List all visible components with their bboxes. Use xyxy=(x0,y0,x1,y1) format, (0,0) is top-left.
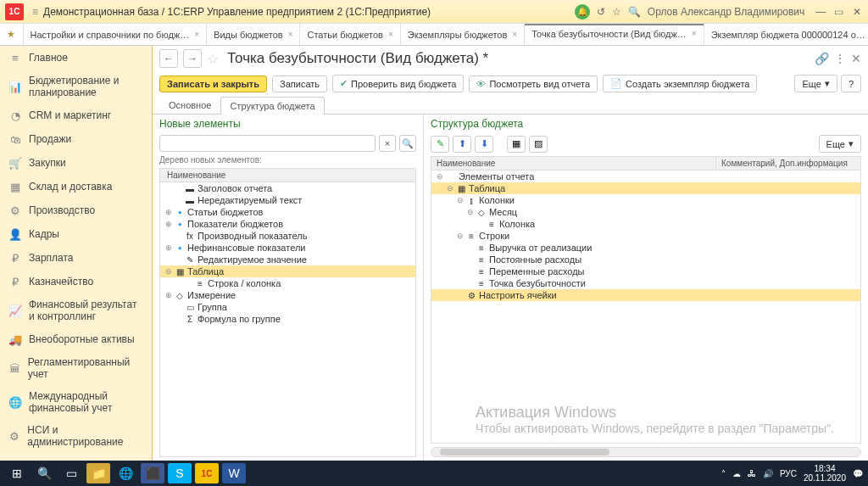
taskview-icon[interactable]: ▭ xyxy=(59,463,83,483)
1c-icon[interactable]: 1С xyxy=(195,463,219,483)
word-icon[interactable]: W xyxy=(222,463,246,483)
expand-icon[interactable]: ⊕ xyxy=(164,243,174,252)
close-icon[interactable]: ✕ xyxy=(851,6,863,18)
burger-icon[interactable]: ≡ xyxy=(32,6,38,18)
tree-row[interactable]: ⊖≡Строки xyxy=(431,230,860,242)
sidebar-item[interactable]: 📊Бюджетирование и планирование xyxy=(0,70,152,103)
favorite-icon[interactable]: ☆ xyxy=(207,51,219,67)
sidebar-item[interactable]: 👤Кадры xyxy=(0,222,152,246)
notification-icon[interactable]: 💬 xyxy=(853,469,863,478)
tab-close-icon[interactable]: × xyxy=(194,30,199,39)
help-button[interactable]: ? xyxy=(841,75,861,92)
tree-row[interactable]: ⊖▦Таблица xyxy=(431,182,860,194)
tree-row[interactable]: ⊕🔹Статьи бюджетов xyxy=(160,206,415,218)
tab-close-icon[interactable]: × xyxy=(692,29,697,38)
create-button[interactable]: 📄Создать экземпляр бюджета xyxy=(603,75,757,92)
expand-icon[interactable]: ⊖ xyxy=(435,172,445,181)
expand-icon[interactable]: ⊖ xyxy=(455,196,465,204)
tray-chevron-icon[interactable]: ˄ xyxy=(721,469,726,478)
tree-row[interactable]: ⊕◇Измерение xyxy=(160,289,415,301)
right-tree[interactable]: ⊖Элементы отчета⊖▦Таблица⊖⫿Колонки⊖◇Меся… xyxy=(431,170,861,444)
tree-row[interactable]: ≡Колонка xyxy=(431,218,860,230)
history-icon[interactable]: ↺ xyxy=(597,6,605,18)
tree-row[interactable]: ⊖▦Таблица xyxy=(160,265,415,277)
search-icon[interactable]: 🔍 xyxy=(628,6,641,18)
sidebar-item[interactable]: 🌐Международный финансовый учет xyxy=(0,385,152,419)
star-icon[interactable]: ☆ xyxy=(612,6,621,18)
tab[interactable]: Экземпляры бюджетов× xyxy=(401,24,525,45)
tree-row[interactable]: ΣФормула по группе xyxy=(160,313,415,325)
tree-row[interactable]: ⊕🔹Нефинансовые показатели xyxy=(160,242,415,254)
tab[interactable]: Настройки и справочники по бюдж…× xyxy=(24,24,208,45)
subtab-main[interactable]: Основное xyxy=(159,96,220,114)
sidebar-item[interactable]: 🛒Закупки xyxy=(0,151,152,175)
tab[interactable]: Точка безубыточности (Вид бюдж…× xyxy=(525,24,704,45)
expand-icon[interactable]: ⊕ xyxy=(164,208,174,216)
expand-icon[interactable]: ⊖ xyxy=(445,184,455,193)
tree-row[interactable]: ⊖◇Месяц xyxy=(431,206,860,218)
h-scrollbar[interactable] xyxy=(431,447,861,457)
tree-row[interactable]: ≡Точка безубыточности xyxy=(431,277,860,289)
view-button[interactable]: 👁Посмотреть вид отчета xyxy=(469,75,598,92)
subtab-structure[interactable]: Структура бюджета xyxy=(220,97,324,115)
sidebar-item[interactable]: 📈Финансовый результат и контроллинг xyxy=(0,293,152,327)
more-icon[interactable]: ⋮ xyxy=(834,52,846,65)
tray-cloud-icon[interactable]: ☁ xyxy=(732,469,741,478)
right-more-button[interactable]: Еще ▾ xyxy=(819,135,861,153)
tray-sound-icon[interactable]: 🔊 xyxy=(763,469,773,478)
explorer-icon[interactable]: 📁 xyxy=(86,463,110,483)
search-button[interactable]: 🔍 xyxy=(399,135,416,152)
edit-button[interactable]: ✎ xyxy=(431,136,449,153)
skype-icon[interactable]: S xyxy=(168,463,192,483)
tree-row[interactable]: ≡Строка / колонка xyxy=(160,277,415,289)
tray-lang[interactable]: РУС xyxy=(780,469,797,478)
sidebar-item[interactable]: ⚙Производство xyxy=(0,198,152,222)
tab-close-icon[interactable]: × xyxy=(512,30,517,39)
sidebar-item[interactable]: 🚚Внеоборотные активы xyxy=(0,327,152,351)
tab-close-icon[interactable]: × xyxy=(388,30,393,39)
sidebar-item[interactable]: ◔CRM и маркетинг xyxy=(0,103,152,127)
tree-row[interactable]: ⊖Элементы отчета xyxy=(431,170,860,182)
sidebar-item[interactable]: ⚙НСИ и администрирование xyxy=(0,419,152,453)
forward-button[interactable]: → xyxy=(183,49,202,68)
sidebar-item[interactable]: ₽Казначейство xyxy=(0,270,152,293)
tab-close-icon[interactable]: × xyxy=(288,30,293,39)
sidebar-item[interactable]: ₽Зарплата xyxy=(0,246,152,270)
expand-icon[interactable]: ⊖ xyxy=(455,232,465,240)
tree-row[interactable]: ⊕🔹Показатели бюджетов xyxy=(160,218,415,230)
tree-row[interactable]: ≡Постоянные расходы xyxy=(431,254,860,265)
expand-icon[interactable]: ⊕ xyxy=(164,291,174,299)
minimize-icon[interactable]: — xyxy=(815,6,826,18)
search-task-icon[interactable]: 🔍 xyxy=(32,463,56,483)
start-button[interactable]: ⊞ xyxy=(5,463,29,483)
user-name[interactable]: Орлов Александр Владимирович xyxy=(648,6,805,18)
home-tab[interactable]: ★ xyxy=(0,24,24,45)
tab[interactable]: Статьи бюджетов× xyxy=(300,24,400,45)
tree-row[interactable]: ▬Заголовок отчета xyxy=(160,182,415,194)
tab[interactable]: Виды бюджетов× xyxy=(207,24,300,45)
back-button[interactable]: ← xyxy=(159,49,178,68)
tray-network-icon[interactable]: 🖧 xyxy=(748,469,756,478)
bell-icon[interactable]: 🔔 xyxy=(575,4,590,20)
chrome-icon[interactable]: 🌐 xyxy=(114,463,137,483)
save-button[interactable]: Записать xyxy=(272,75,327,92)
clock[interactable]: 18:34 20.11.2020 xyxy=(804,464,846,483)
tree-row[interactable]: ⚙Настроить ячейки xyxy=(431,289,860,301)
sidebar-item[interactable]: 🏛Регламентированный учет xyxy=(0,351,152,385)
tree-row[interactable]: ≡Переменные расходы xyxy=(431,265,860,277)
link-icon[interactable]: 🔗 xyxy=(815,52,829,65)
close-form-icon[interactable]: ✕ xyxy=(851,52,861,65)
expand-icon[interactable]: ⊖ xyxy=(164,267,174,276)
tree-row[interactable]: ✎Редактируемое значение xyxy=(160,254,415,265)
tree-row[interactable]: ▭Группа xyxy=(160,301,415,313)
check-button[interactable]: ✔Проверить вид бюджета xyxy=(332,75,464,92)
sidebar-item[interactable]: 🛍Продажи xyxy=(0,127,152,151)
expand-icon[interactable]: ⊕ xyxy=(164,220,174,228)
tool2-button[interactable]: ▨ xyxy=(529,136,548,153)
sidebar-item[interactable]: ▦Склад и доставка xyxy=(0,175,152,198)
save-close-button[interactable]: Записать и закрыть xyxy=(159,75,267,92)
tree-row[interactable]: ▬Нередактируемый текст xyxy=(160,194,415,206)
tab[interactable]: Экземпляр бюджета 000000124 о…× xyxy=(704,24,868,45)
tree-row[interactable]: fxПроизводный показатель xyxy=(160,230,415,242)
move-up-button[interactable]: ⬆ xyxy=(453,136,471,153)
